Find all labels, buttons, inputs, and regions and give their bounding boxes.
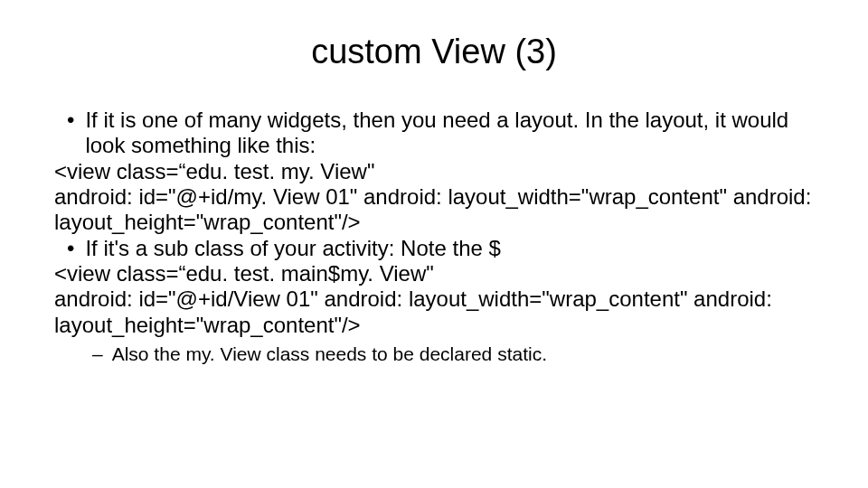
bullet-text: If it is one of many widgets, then you n… — [85, 108, 814, 159]
bullet-item: • If it is one of many widgets, then you… — [54, 108, 814, 159]
bullet-item: • If it's a sub class of your activity: … — [54, 236, 814, 261]
sub-bullet-text: Also the my. View class needs to be decl… — [112, 343, 547, 366]
slide-body: • If it is one of many widgets, then you… — [54, 108, 814, 366]
code-line: <view class=“edu. test. main$my. View" — [54, 261, 814, 286]
code-line: android: id="@+id/my. View 01" android: … — [54, 184, 814, 236]
code-line: android: id="@+id/View 01" android: layo… — [54, 286, 814, 338]
bullet-text: If it's a sub class of your activity: No… — [85, 236, 500, 261]
slide-title: custom View (3) — [54, 33, 814, 71]
bullet-icon: • — [67, 108, 74, 159]
sub-bullet-item: – Also the my. View class needs to be de… — [54, 343, 814, 366]
code-line: <view class=“edu. test. my. View" — [54, 159, 814, 184]
dash-icon: – — [92, 343, 103, 366]
bullet-icon: • — [67, 236, 74, 261]
